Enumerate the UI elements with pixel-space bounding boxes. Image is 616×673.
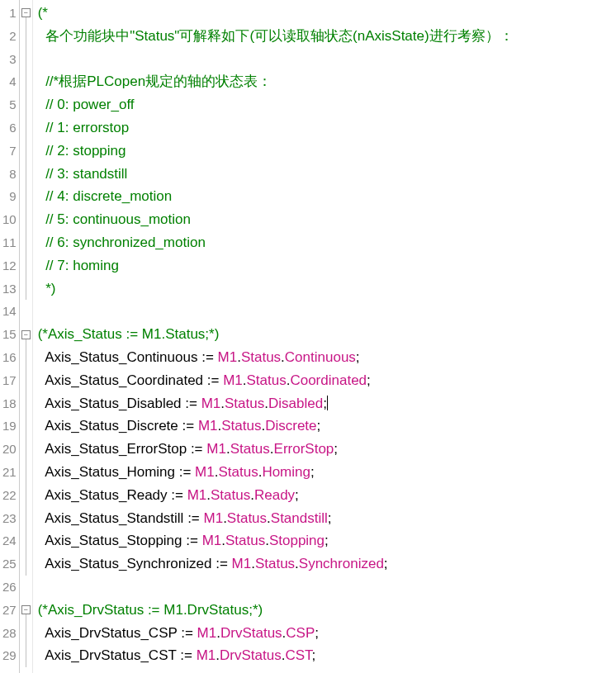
code-token: Status: [211, 487, 250, 503]
line-number: 7: [2, 140, 17, 163]
fold-cell: [20, 185, 32, 208]
code-line[interactable]: Axis_Status_Ready := M1.Status.Ready;: [38, 484, 616, 507]
line-number: 28: [2, 622, 17, 645]
fold-toggle-icon[interactable]: −: [21, 8, 31, 17]
code-token: Axis_Status_Synchronized: [38, 556, 216, 571]
fold-cell: [20, 116, 32, 140]
fold-cell[interactable]: −: [20, 599, 32, 622]
code-line[interactable]: // 5: continuous_motion: [38, 208, 616, 231]
fold-cell: [20, 25, 32, 48]
line-number: 20: [2, 438, 17, 461]
code-token: ErrorStop: [274, 441, 334, 457]
code-token: :=: [191, 441, 206, 457]
line-number: 17: [2, 369, 17, 392]
code-line[interactable]: 各个功能块中"Status"可解释如下(可以读取轴状态(nAxisState)进…: [38, 25, 616, 48]
code-token: :=: [216, 556, 231, 571]
code-editor[interactable]: 1234567891011121314151617181920212223242…: [0, 0, 616, 673]
code-token: (*: [38, 5, 48, 21]
code-token: :=: [186, 533, 201, 548]
code-token: *): [38, 281, 56, 296]
line-number: 2: [2, 25, 17, 48]
code-token: Axis_Status_Ready: [38, 487, 172, 503]
fold-cell: [20, 552, 32, 576]
fold-cell: [20, 208, 32, 231]
code-line[interactable]: Axis_DrvStatus_CSP := M1.DrvStatus.CSP;: [38, 622, 616, 645]
fold-cell: [20, 140, 32, 163]
code-line[interactable]: (*: [38, 2, 616, 25]
code-line[interactable]: // 4: discrete_motion: [38, 185, 616, 208]
code-line[interactable]: Axis_Status_Stopping := M1.Status.Stoppi…: [38, 529, 616, 552]
line-number: 12: [2, 254, 17, 277]
code-token: Status: [255, 556, 295, 571]
fold-cell[interactable]: −: [20, 323, 32, 346]
code-token: // 3: standstill: [38, 166, 128, 182]
code-line[interactable]: [38, 300, 616, 323]
text-cursor-icon: [327, 396, 328, 410]
code-token: Status: [241, 349, 281, 365]
code-area[interactable]: (* 各个功能块中"Status"可解释如下(可以读取轴状态(nAxisStat…: [33, 0, 616, 673]
code-line[interactable]: // 1: errorstop: [38, 116, 616, 140]
code-line[interactable]: Axis_DrvStatus_CST := M1.DrvStatus.CST;: [38, 644, 616, 667]
fold-cell: [20, 644, 32, 667]
code-line[interactable]: // 6: synchronized_motion: [38, 231, 616, 254]
code-token: ;: [334, 441, 338, 457]
code-line[interactable]: //*根据PLCopen规定的轴的状态表：: [38, 70, 616, 93]
code-token: Coordinated: [290, 372, 367, 388]
fold-cell: [20, 507, 32, 530]
line-number: 15: [2, 323, 17, 346]
code-line[interactable]: (*Axis_Status := M1.Status;*): [38, 323, 616, 346]
code-token: :=: [187, 510, 203, 526]
fold-cell[interactable]: −: [20, 2, 32, 25]
code-token: ;: [315, 625, 319, 641]
code-token: // 1: errorstop: [38, 120, 130, 135]
fold-cell: [20, 93, 32, 116]
code-line[interactable]: // 7: homing: [38, 254, 616, 277]
line-number: 10: [2, 208, 17, 231]
code-token: Status: [230, 441, 270, 457]
code-token: M1: [204, 510, 224, 526]
code-line[interactable]: // 2: stopping: [38, 140, 616, 163]
code-line[interactable]: // 3: standstill: [38, 163, 616, 186]
code-token: M1: [202, 533, 222, 548]
code-token: Axis_Status_Coordinated: [38, 372, 207, 388]
code-line[interactable]: Axis_Status_Synchronized := M1.Status.Sy…: [38, 552, 616, 576]
code-token: ;: [295, 487, 299, 503]
code-token: :=: [207, 372, 223, 388]
line-number: 14: [2, 300, 17, 323]
code-token: (*Axis_DrvStatus := M1.DrvStatus;*): [38, 602, 263, 618]
code-line[interactable]: Axis_Status_Discrete := M1.Status.Discre…: [38, 415, 616, 438]
code-line[interactable]: Axis_Status_Disabled := M1.Status.Disabl…: [38, 392, 616, 415]
fold-cell: [20, 438, 32, 461]
code-token: // 6: synchronized_motion: [38, 235, 206, 250]
fold-cell: [20, 392, 32, 415]
code-line[interactable]: [38, 48, 616, 71]
code-token: 各个功能块中"Status"可解释如下(可以读取轴状态(nAxisState)进…: [38, 28, 514, 44]
fold-cell: [20, 484, 32, 507]
code-token: // 0: power_off: [38, 97, 135, 112]
code-token: Status: [225, 533, 265, 548]
code-token: ;: [312, 647, 316, 663]
code-token: M1: [201, 396, 221, 411]
fold-toggle-icon[interactable]: −: [21, 605, 31, 614]
code-line[interactable]: Axis_Status_ErrorStop := M1.Status.Error…: [38, 438, 616, 461]
code-token: Disabled: [268, 396, 323, 411]
code-token: DrvStatus: [220, 625, 282, 641]
code-line[interactable]: (*Axis_DrvStatus := M1.DrvStatus;*): [38, 599, 616, 622]
code-line[interactable]: Axis_Status_Homing := M1.Status.Homing;: [38, 461, 616, 484]
code-token: ;: [325, 533, 329, 548]
code-token: Status: [218, 464, 258, 480]
code-line[interactable]: Axis_Status_Continuous := M1.Status.Cont…: [38, 346, 616, 369]
fold-cell: [20, 300, 32, 323]
code-token: M1: [197, 647, 216, 663]
code-line[interactable]: *): [38, 277, 616, 301]
fold-toggle-icon[interactable]: −: [21, 330, 31, 339]
code-token: ;: [367, 372, 371, 388]
code-token: Status: [247, 372, 287, 388]
code-token: Axis_Status_Standstill: [38, 510, 187, 526]
code-line[interactable]: Axis_Status_Standstill := M1.Status.Stan…: [38, 507, 616, 530]
code-line[interactable]: [38, 576, 616, 599]
code-token: :=: [182, 418, 198, 434]
code-line[interactable]: Axis_Status_Coordinated := M1.Status.Coo…: [38, 369, 616, 392]
line-number: 21: [2, 461, 17, 484]
code-line[interactable]: // 0: power_off: [38, 93, 616, 116]
